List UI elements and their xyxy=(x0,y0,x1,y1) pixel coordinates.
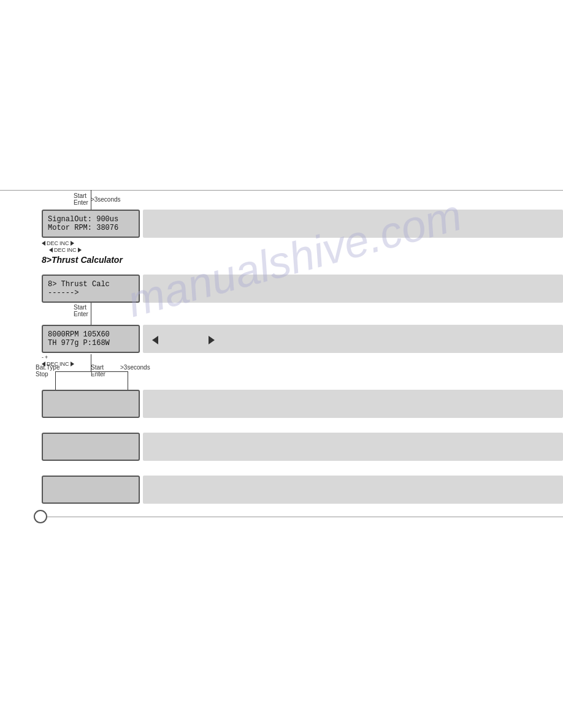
dec-inc-row-3: - + xyxy=(42,354,74,360)
connector-right-down xyxy=(128,371,128,390)
display-signal-out: SignalOut: 900us Motor RPM: 38076 xyxy=(42,210,140,238)
bat-type-label: Bat.Type xyxy=(36,364,59,371)
display-2-line1: 8> Thrust Calc xyxy=(48,280,110,289)
inc-label-3: INC xyxy=(59,361,69,367)
stop-label: Stop xyxy=(36,371,59,377)
display-4-empty xyxy=(42,390,140,418)
display-2-line2: ------> xyxy=(48,289,79,297)
display-rpm-thrust: 8000RPM 105X60 TH 977g P:168W xyxy=(42,325,140,353)
page-container: manualshive.com Start Enter >3seconds Si… xyxy=(0,0,563,728)
inc-right-arrow-1 xyxy=(71,241,74,246)
dec-left-arrow-2 xyxy=(49,248,53,252)
gray-bar-2 xyxy=(143,275,563,303)
display-1-line1: SignalOut: 900us xyxy=(48,215,118,224)
gray-bar-3 xyxy=(143,325,563,353)
display-thrust-calc-menu: 8> Thrust Calc ------> xyxy=(42,275,140,303)
gray-bar-6 xyxy=(143,476,563,504)
dec-inc-row-b: DEC INC xyxy=(49,247,82,253)
connector-hline-left xyxy=(55,371,92,372)
inc-right-arrow-2 xyxy=(78,248,82,252)
gray-bar-4 xyxy=(143,390,563,418)
start-label-3: Start xyxy=(91,364,105,371)
display-5-empty xyxy=(42,433,140,461)
inc-right-arrow-3 xyxy=(71,362,74,366)
nav-left-arrow[interactable] xyxy=(152,336,158,344)
enter-label-3: Enter xyxy=(91,371,105,377)
start-label-2: Start xyxy=(74,304,86,311)
enter-label-1: Enter xyxy=(74,199,88,206)
gt3sec-label-1: >3seconds xyxy=(91,196,121,203)
gt3sec-label-3: >3seconds xyxy=(120,364,150,371)
dec-inc-controls-1: DEC INC DEC INC xyxy=(42,240,82,253)
start-enter-label-3: Start Enter xyxy=(91,364,105,377)
start-enter-label-1: Start Enter >3seconds xyxy=(74,192,121,206)
dec-inc-row-a: DEC INC xyxy=(42,240,82,246)
nav-right-arrow[interactable] xyxy=(209,336,215,344)
gray-bar-5 xyxy=(143,433,563,461)
bottom-circle xyxy=(34,510,47,523)
dec-label-1: DEC xyxy=(47,240,58,246)
section-heading-thrust-calc: 8>Thrust Calculator xyxy=(42,255,123,265)
dec-left-arrow-1 xyxy=(42,241,45,246)
top-divider xyxy=(0,190,563,191)
start-label-1: Start xyxy=(74,192,86,199)
display-1-line2: Motor RPM: 38076 xyxy=(48,224,118,232)
display-6-empty xyxy=(42,476,140,504)
plus-label-3: + xyxy=(45,354,48,360)
display-3-line1: 8000RPM 105X60 xyxy=(48,330,110,339)
gray-bar-1 xyxy=(143,210,563,238)
start-enter-label-2: Start Enter xyxy=(74,304,88,317)
minus-label-3: - xyxy=(42,354,44,360)
bat-type-stop-label: Bat.Type Stop xyxy=(36,364,59,377)
display-3-line2: TH 977g P:168W xyxy=(48,339,110,347)
inc-label-1: INC xyxy=(59,240,69,246)
dec-label-2: DEC xyxy=(54,247,66,253)
enter-label-2: Enter xyxy=(74,311,88,317)
inc-label-2: INC xyxy=(67,247,77,253)
connector-line-2 xyxy=(91,303,91,325)
bottom-divider xyxy=(47,517,563,517)
